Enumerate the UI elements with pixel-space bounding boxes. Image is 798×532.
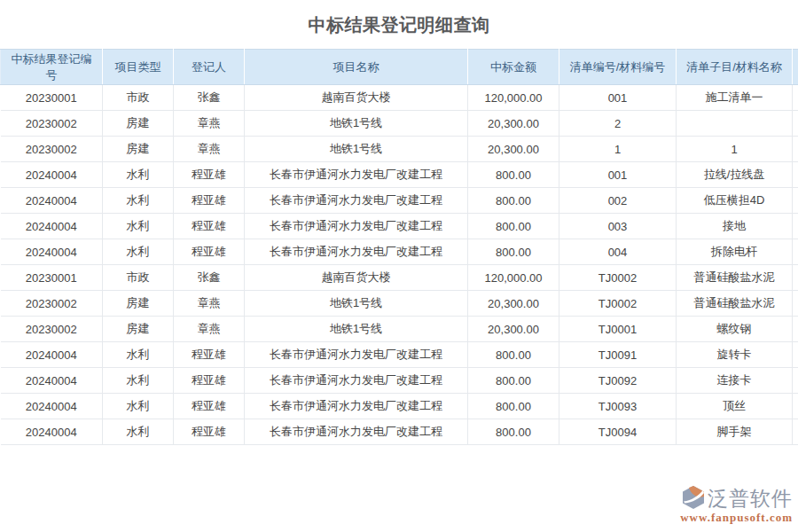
column-header-reg-no: 中标结果登记编号 xyxy=(1,50,103,85)
cell-registrant: 章燕 xyxy=(174,317,245,342)
table-row[interactable]: 20230002房建章燕地铁1号线20,300.0011 xyxy=(1,137,798,162)
cell-amount: 800.00 xyxy=(468,214,559,239)
cell-reg-no: 20240004 xyxy=(1,342,103,368)
cell-list-no: TJ0092 xyxy=(559,368,677,394)
cell-project-name: 长春市伊通河水力发电厂改建工程 xyxy=(245,419,468,445)
cell-list-no: TJ0093 xyxy=(559,394,677,419)
table-row[interactable]: 20240004水利程亚雄长春市伊通河水力发电厂改建工程800.00002低压横… xyxy=(1,188,798,214)
cell-reg-no: 20240004 xyxy=(1,394,103,419)
cell-list-no: 2 xyxy=(559,111,677,137)
cell-project-name: 长春市伊通河水力发电厂改建工程 xyxy=(245,188,468,214)
cell-project-type: 水利 xyxy=(103,188,174,214)
cell-amount: 20,300.00 xyxy=(468,111,559,137)
cell-registrant: 章燕 xyxy=(174,291,245,317)
table-row[interactable]: 20240004水利程亚雄长春市伊通河水力发电厂改建工程800.00004拆除电… xyxy=(1,239,798,265)
cell-spacer xyxy=(793,265,798,291)
cell-spacer xyxy=(793,368,798,394)
table-row[interactable]: 20230002房建章燕地铁1号线20,300.00TJ0001螺纹钢 xyxy=(1,317,798,342)
cell-list-no: TJ0001 xyxy=(559,317,677,342)
table-row[interactable]: 20240004水利程亚雄长春市伊通河水力发电厂改建工程800.00001拉线/… xyxy=(1,162,798,188)
cell-item-name: 连接卡 xyxy=(677,368,793,394)
table-row[interactable]: 20230001市政张鑫越南百货大楼120,000.00001施工清单一 xyxy=(1,85,798,111)
column-header-item-name: 清单子目/材料名称 xyxy=(677,50,793,85)
table-header-row: 中标结果登记编号项目类型登记人项目名称中标金额清单编号/材料编号清单子目/材料名… xyxy=(1,50,798,85)
cell-registrant: 程亚雄 xyxy=(174,214,245,239)
cell-amount: 120,000.00 xyxy=(468,265,559,291)
cell-project-name: 长春市伊通河水力发电厂改建工程 xyxy=(245,394,468,419)
cell-item-name: 拆除电杆 xyxy=(677,239,793,265)
cell-item-name: 接地 xyxy=(677,214,793,239)
cell-item-name: 低压横担4D xyxy=(677,188,793,214)
table-row[interactable]: 20240004水利程亚雄长春市伊通河水力发电厂改建工程800.00TJ0091… xyxy=(1,342,798,368)
column-header-spacer xyxy=(793,50,798,85)
cell-item-name: 旋转卡 xyxy=(677,342,793,368)
cell-list-no: 003 xyxy=(559,214,677,239)
cell-registrant: 张鑫 xyxy=(174,85,245,111)
cell-item-name: 施工清单一 xyxy=(677,85,793,111)
table-row[interactable]: 20230002房建章燕地铁1号线20,300.00TJ0002普通硅酸盐水泥 xyxy=(1,291,798,317)
cell-project-type: 水利 xyxy=(103,162,174,188)
cell-reg-no: 20240004 xyxy=(1,214,103,239)
table-row[interactable]: 20230001市政张鑫越南百货大楼120,000.00TJ0002普通硅酸盐水… xyxy=(1,265,798,291)
cell-reg-no: 20240004 xyxy=(1,188,103,214)
table-row[interactable]: 20240004水利程亚雄长春市伊通河水力发电厂改建工程800.00TJ0094… xyxy=(1,419,798,445)
table-row[interactable]: 20230002房建章燕地铁1号线20,300.002 xyxy=(1,111,798,137)
cell-amount: 800.00 xyxy=(468,419,559,445)
cell-registrant: 章燕 xyxy=(174,137,245,162)
cell-amount: 20,300.00 xyxy=(468,291,559,317)
column-header-list-no: 清单编号/材料编号 xyxy=(559,50,677,85)
cell-project-type: 房建 xyxy=(103,317,174,342)
cell-item-name: 顶丝 xyxy=(677,394,793,419)
cell-spacer xyxy=(793,291,798,317)
cell-spacer xyxy=(793,188,798,214)
cell-reg-no: 20240004 xyxy=(1,162,103,188)
cell-project-type: 水利 xyxy=(103,214,174,239)
cell-registrant: 程亚雄 xyxy=(174,394,245,419)
cell-list-no: 001 xyxy=(559,85,677,111)
table-header: 中标结果登记编号项目类型登记人项目名称中标金额清单编号/材料编号清单子目/材料名… xyxy=(1,50,798,85)
cell-project-name: 越南百货大楼 xyxy=(245,265,468,291)
cell-project-type: 房建 xyxy=(103,111,174,137)
cell-registrant: 程亚雄 xyxy=(174,342,245,368)
cell-amount: 800.00 xyxy=(468,342,559,368)
table-row[interactable]: 20240004水利程亚雄长春市伊通河水力发电厂改建工程800.00TJ0092… xyxy=(1,368,798,394)
cell-project-name: 地铁1号线 xyxy=(245,111,468,137)
column-header-project-name: 项目名称 xyxy=(245,50,468,85)
cell-project-type: 水利 xyxy=(103,368,174,394)
cell-item-name: 脚手架 xyxy=(677,419,793,445)
cell-amount: 800.00 xyxy=(468,162,559,188)
cell-list-no: 002 xyxy=(559,188,677,214)
cell-list-no: TJ0002 xyxy=(559,291,677,317)
cell-spacer xyxy=(793,342,798,368)
cell-project-type: 水利 xyxy=(103,394,174,419)
cell-registrant: 程亚雄 xyxy=(174,188,245,214)
cell-list-no: TJ0091 xyxy=(559,342,677,368)
cell-amount: 20,300.00 xyxy=(468,137,559,162)
cell-spacer xyxy=(793,137,798,162)
cell-reg-no: 20230002 xyxy=(1,291,103,317)
cell-project-name: 长春市伊通河水力发电厂改建工程 xyxy=(245,162,468,188)
column-header-amount: 中标金额 xyxy=(468,50,559,85)
column-header-project-type: 项目类型 xyxy=(103,50,174,85)
results-table: 中标结果登记编号项目类型登记人项目名称中标金额清单编号/材料编号清单子目/材料名… xyxy=(0,49,798,445)
table-row[interactable]: 20240004水利程亚雄长春市伊通河水力发电厂改建工程800.00TJ0093… xyxy=(1,394,798,419)
cell-item-name xyxy=(677,111,793,137)
cell-item-name: 螺纹钢 xyxy=(677,317,793,342)
column-header-registrant: 登记人 xyxy=(174,50,245,85)
cell-project-name: 地铁1号线 xyxy=(245,317,468,342)
cell-amount: 800.00 xyxy=(468,188,559,214)
page-title: 中标结果登记明细查询 xyxy=(0,0,798,37)
cell-project-type: 水利 xyxy=(103,239,174,265)
cell-spacer xyxy=(793,162,798,188)
table-row[interactable]: 20240004水利程亚雄长春市伊通河水力发电厂改建工程800.00003接地 xyxy=(1,214,798,239)
cell-item-name: 普通硅酸盐水泥 xyxy=(677,291,793,317)
cell-spacer xyxy=(793,419,798,445)
cell-registrant: 程亚雄 xyxy=(174,419,245,445)
cell-project-type: 市政 xyxy=(103,85,174,111)
cell-project-type: 水利 xyxy=(103,342,174,368)
cell-project-type: 市政 xyxy=(103,265,174,291)
cell-project-name: 越南百货大楼 xyxy=(245,85,468,111)
cell-project-name: 长春市伊通河水力发电厂改建工程 xyxy=(245,342,468,368)
cell-amount: 120,000.00 xyxy=(468,85,559,111)
cell-spacer xyxy=(793,111,798,137)
